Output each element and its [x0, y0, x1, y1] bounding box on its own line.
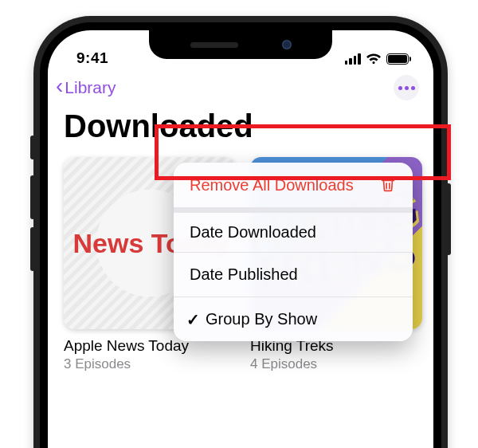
menu-item-date-published[interactable]: Date Published: [174, 252, 413, 297]
sort-options-menu: Remove All Downloads Date Downloaded Dat…: [174, 163, 413, 341]
speaker-grille: [190, 42, 238, 48]
device-notch: [149, 30, 332, 59]
more-options-button[interactable]: [394, 75, 419, 100]
nav-header: ‹ Library: [48, 67, 433, 104]
podcast-subtitle: 3 Episodes: [64, 356, 236, 372]
wifi-icon: [366, 53, 382, 66]
podcast-subtitle: 4 Episodes: [250, 356, 422, 372]
menu-item-label: Date Downloaded: [190, 223, 316, 242]
menu-item-label: Date Published: [190, 265, 298, 284]
page-title: Downloaded: [48, 104, 433, 157]
menu-item-label: Remove All Downloads: [190, 176, 354, 195]
menu-item-remove-all[interactable]: Remove All Downloads: [174, 163, 413, 207]
device-frame: 9:41 ‹ Library: [33, 16, 448, 448]
menu-item-group-by-show[interactable]: ✓ Group By Show: [174, 297, 413, 341]
checkmark-icon: ✓: [185, 310, 201, 329]
cellular-signal-icon: [345, 53, 361, 65]
front-camera: [282, 40, 292, 49]
back-label: Library: [65, 78, 116, 97]
chevron-left-icon: ‹: [56, 78, 63, 94]
back-button[interactable]: ‹ Library: [56, 78, 116, 97]
screen: 9:41 ‹ Library: [48, 30, 433, 448]
menu-item-label: Group By Show: [206, 310, 397, 328]
status-time: 9:41: [76, 49, 108, 67]
menu-item-date-downloaded[interactable]: Date Downloaded: [174, 207, 413, 252]
battery-icon: [386, 53, 412, 65]
trash-icon: [379, 176, 397, 194]
